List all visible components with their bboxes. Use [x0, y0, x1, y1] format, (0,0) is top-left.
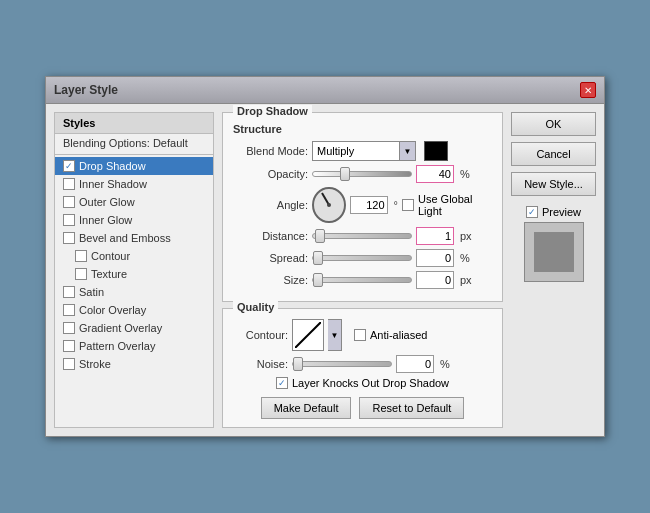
sidebar-item-gradient-overlay[interactable]: Gradient Overlay [55, 319, 213, 337]
inner-glow-label: Inner Glow [79, 214, 132, 226]
noise-input[interactable] [396, 355, 434, 373]
sidebar-item-outer-glow[interactable]: Outer Glow [55, 193, 213, 211]
gradient-overlay-checkbox[interactable] [63, 322, 75, 334]
inner-shadow-checkbox[interactable] [63, 178, 75, 190]
sidebar-item-pattern-overlay[interactable]: Pattern Overlay [55, 337, 213, 355]
global-light-label[interactable]: Use Global Light [402, 193, 492, 217]
contour-thumbnail[interactable] [292, 319, 324, 351]
spread-input[interactable] [416, 249, 454, 267]
noise-slider[interactable] [292, 361, 392, 367]
sidebar-item-color-overlay[interactable]: Color Overlay [55, 301, 213, 319]
color-overlay-checkbox[interactable] [63, 304, 75, 316]
spread-unit: % [460, 252, 470, 264]
spread-label: Spread: [233, 252, 308, 264]
contour-label: Contour: [233, 329, 288, 341]
dialog-body: Styles Blending Options: Default Drop Sh… [46, 104, 604, 436]
bevel-emboss-checkbox[interactable] [63, 232, 75, 244]
spread-thumb[interactable] [313, 251, 323, 265]
sidebar-item-bevel-emboss[interactable]: Bevel and Emboss [55, 229, 213, 247]
quality-label: Quality [233, 301, 278, 313]
right-panel: OK Cancel New Style... Preview [511, 112, 596, 428]
contour-label: Contour [91, 250, 130, 262]
drop-shadow-section: Drop Shadow Structure Blend Mode: Multip… [222, 112, 503, 302]
blend-mode-wrapper: Multiply ▼ [312, 141, 416, 161]
spread-slider[interactable] [312, 255, 412, 261]
bevel-emboss-label: Bevel and Emboss [79, 232, 171, 244]
angle-label: Angle: [233, 199, 308, 211]
opacity-input[interactable] [416, 165, 454, 183]
anti-alias-checkbox[interactable] [354, 329, 366, 341]
sidebar-item-satin[interactable]: Satin [55, 283, 213, 301]
gradient-overlay-label: Gradient Overlay [79, 322, 162, 334]
title-bar: Layer Style ✕ [46, 77, 604, 104]
distance-thumb[interactable] [315, 229, 325, 243]
sidebar-item-texture[interactable]: Texture [55, 265, 213, 283]
main-panel: Drop Shadow Structure Blend Mode: Multip… [222, 112, 503, 428]
outer-glow-checkbox[interactable] [63, 196, 75, 208]
satin-label: Satin [79, 286, 104, 298]
angle-row: Angle: ° Use Global Light [233, 187, 492, 223]
close-button[interactable]: ✕ [580, 82, 596, 98]
angle-input[interactable] [350, 196, 388, 214]
layer-knocks-label[interactable]: Layer Knocks Out Drop Shadow [276, 377, 449, 389]
texture-checkbox[interactable] [75, 268, 87, 280]
size-unit: px [460, 274, 472, 286]
opacity-slider[interactable] [312, 171, 412, 177]
blend-mode-label: Blend Mode: [233, 145, 308, 157]
stroke-checkbox[interactable] [63, 358, 75, 370]
sidebar-item-blending[interactable]: Blending Options: Default [55, 134, 213, 152]
sidebar-item-contour[interactable]: Contour [55, 247, 213, 265]
opacity-thumb[interactable] [340, 167, 350, 181]
contour-dropdown-button[interactable]: ▼ [328, 319, 342, 351]
opacity-row: Opacity: % [233, 165, 492, 183]
dialog-title: Layer Style [54, 83, 118, 97]
global-light-checkbox[interactable] [402, 199, 414, 211]
inner-glow-checkbox[interactable] [63, 214, 75, 226]
sidebar-item-drop-shadow[interactable]: Drop Shadow [55, 157, 213, 175]
bottom-buttons: Make Default Reset to Default [233, 397, 492, 419]
size-input[interactable] [416, 271, 454, 289]
distance-unit: px [460, 230, 472, 242]
pattern-overlay-checkbox[interactable] [63, 340, 75, 352]
cancel-button[interactable]: Cancel [511, 142, 596, 166]
sidebar-item-stroke[interactable]: Stroke [55, 355, 213, 373]
size-thumb[interactable] [313, 273, 323, 287]
layer-knocks-checkbox[interactable] [276, 377, 288, 389]
satin-checkbox[interactable] [63, 286, 75, 298]
size-slider[interactable] [312, 277, 412, 283]
angle-unit: ° [394, 199, 398, 211]
size-label: Size: [233, 274, 308, 286]
ok-button[interactable]: OK [511, 112, 596, 136]
size-row: Size: px [233, 271, 492, 289]
angle-center-dot [327, 203, 331, 207]
spread-row: Spread: % [233, 249, 492, 267]
distance-input[interactable] [416, 227, 454, 245]
sidebar-item-inner-shadow[interactable]: Inner Shadow [55, 175, 213, 193]
blend-mode-color-swatch[interactable] [424, 141, 448, 161]
preview-checkbox[interactable] [526, 206, 538, 218]
preview-label: Preview [542, 206, 581, 218]
angle-dial[interactable] [312, 187, 346, 223]
quality-section: Quality Contour: ▼ Anti-aliased [222, 308, 503, 428]
distance-slider[interactable] [312, 233, 412, 239]
drop-shadow-checkbox[interactable] [63, 160, 75, 172]
noise-row: Noise: % [233, 355, 492, 373]
blend-mode-dropdown[interactable]: Multiply [312, 141, 400, 161]
structure-label: Structure [233, 123, 492, 135]
inner-shadow-label: Inner Shadow [79, 178, 147, 190]
preview-area: Preview [511, 206, 596, 282]
new-style-button[interactable]: New Style... [511, 172, 596, 196]
noise-thumb[interactable] [293, 357, 303, 371]
make-default-button[interactable]: Make Default [261, 397, 352, 419]
pattern-overlay-label: Pattern Overlay [79, 340, 155, 352]
reset-default-button[interactable]: Reset to Default [359, 397, 464, 419]
anti-alias-label[interactable]: Anti-aliased [354, 329, 427, 341]
distance-label: Distance: [233, 230, 308, 242]
blend-mode-row: Blend Mode: Multiply ▼ [233, 141, 492, 161]
left-panel: Styles Blending Options: Default Drop Sh… [54, 112, 214, 428]
preview-box [524, 222, 584, 282]
blend-mode-arrow[interactable]: ▼ [400, 141, 416, 161]
contour-checkbox[interactable] [75, 250, 87, 262]
noise-label: Noise: [233, 358, 288, 370]
sidebar-item-inner-glow[interactable]: Inner Glow [55, 211, 213, 229]
